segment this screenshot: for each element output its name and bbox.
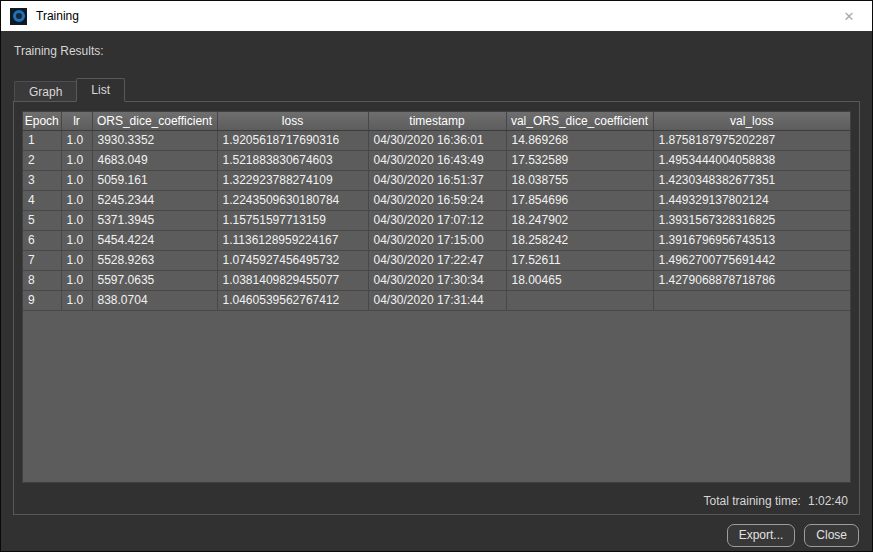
table-cell[interactable]: 04/30/2020 17:31:44 <box>368 290 506 310</box>
table-body: 11.03930.33521.920561871769031604/30/202… <box>23 130 850 310</box>
table-cell[interactable]: 3930.3352 <box>92 130 217 150</box>
table-row: 21.04683.0491.52188383067460304/30/2020 … <box>23 150 850 170</box>
table-cell[interactable]: 18.258242 <box>506 230 653 250</box>
table-cell[interactable]: 17.52611 <box>506 250 653 270</box>
window-close-button[interactable]: ✕ <box>826 1 872 31</box>
table-cell[interactable]: 5454.4224 <box>92 230 217 250</box>
table-cell[interactable]: 1.2243509630180784 <box>217 190 368 210</box>
table-cell[interactable]: 1.0745927456495732 <box>217 250 368 270</box>
column-header[interactable]: val_ORS_dice_coefficient <box>506 112 653 130</box>
tab-graph[interactable]: Graph <box>14 81 76 102</box>
table-header-row: EpochlrORS_dice_coefficientlosstimestamp… <box>23 112 850 130</box>
table-cell[interactable]: 1.0 <box>61 150 92 170</box>
table-cell[interactable]: 1.0 <box>61 230 92 250</box>
table-cell[interactable]: 04/30/2020 17:15:00 <box>368 230 506 250</box>
table-cell[interactable]: 04/30/2020 16:59:24 <box>368 190 506 210</box>
table-cell[interactable]: 5245.2344 <box>92 190 217 210</box>
table-cell[interactable]: 1.3916796956743513 <box>653 230 850 250</box>
table-cell[interactable]: 9 <box>23 290 61 310</box>
table-cell[interactable]: 6 <box>23 230 61 250</box>
window-title: Training <box>36 9 79 23</box>
table-cell[interactable]: 18.247902 <box>506 210 653 230</box>
table-cell[interactable]: 1.4953444004058838 <box>653 150 850 170</box>
table-cell[interactable]: 1.521883830674603 <box>217 150 368 170</box>
table-cell[interactable]: 04/30/2020 17:22:47 <box>368 250 506 270</box>
table-cell[interactable]: 1.0 <box>61 130 92 150</box>
table-cell[interactable]: 1.4230348382677351 <box>653 170 850 190</box>
table-cell[interactable]: 7 <box>23 250 61 270</box>
table-cell[interactable]: 04/30/2020 17:30:34 <box>368 270 506 290</box>
total-time-label: Total training time: <box>704 494 801 508</box>
results-table-container: EpochlrORS_dice_coefficientlosstimestamp… <box>22 111 851 483</box>
table-cell[interactable]: 8 <box>23 270 61 290</box>
table-cell[interactable]: 5528.9263 <box>92 250 217 270</box>
table-cell[interactable]: 2 <box>23 150 61 170</box>
table-cell[interactable]: 1.1136128959224167 <box>217 230 368 250</box>
table-cell[interactable]: 1.0 <box>61 290 92 310</box>
column-header[interactable]: timestamp <box>368 112 506 130</box>
table-cell[interactable]: 18.038755 <box>506 170 653 190</box>
table-cell[interactable]: 04/30/2020 16:36:01 <box>368 130 506 150</box>
table-cell[interactable]: 4683.049 <box>92 150 217 170</box>
table-cell[interactable]: 1.322923788274109 <box>217 170 368 190</box>
table-cell[interactable]: 1 <box>23 130 61 150</box>
training-results-label: Training Results: <box>14 44 860 58</box>
table-row: 11.03930.33521.920561871769031604/30/202… <box>23 130 850 150</box>
table-cell[interactable]: 14.869268 <box>506 130 653 150</box>
table-cell[interactable]: 1.0381409829455077 <box>217 270 368 290</box>
table-cell[interactable]: 3 <box>23 170 61 190</box>
table-row: 91.0838.07041.046053956276741204/30/2020… <box>23 290 850 310</box>
table-cell[interactable] <box>653 290 850 310</box>
table-cell[interactable]: 1.0 <box>61 190 92 210</box>
column-header[interactable]: lr <box>61 112 92 130</box>
close-icon: ✕ <box>844 9 855 24</box>
table-cell[interactable]: 1.15751597713159 <box>217 210 368 230</box>
close-button[interactable]: Close <box>804 524 859 547</box>
app-icon <box>10 8 27 25</box>
table-row: 51.05371.39451.1575159771315904/30/2020 … <box>23 210 850 230</box>
table-row: 81.05597.06351.038140982945507704/30/202… <box>23 270 850 290</box>
column-header[interactable]: loss <box>217 112 368 130</box>
column-header[interactable]: ORS_dice_coefficient <box>92 112 217 130</box>
table-cell[interactable]: 1.4962700775691442 <box>653 250 850 270</box>
dialog-body: Training Results: Graph List EpochlrORS_… <box>1 31 872 552</box>
table-cell[interactable]: 1.0460539562767412 <box>217 290 368 310</box>
table-cell[interactable]: 5371.3945 <box>92 210 217 230</box>
total-training-time: Total training time:1:02:40 <box>22 486 851 514</box>
column-header[interactable]: val_loss <box>653 112 850 130</box>
tab-pane: EpochlrORS_dice_coefficientlosstimestamp… <box>13 101 860 515</box>
table-row: 41.05245.23441.224350963018078404/30/202… <box>23 190 850 210</box>
table-cell[interactable]: 1.449329137802124 <box>653 190 850 210</box>
table-cell[interactable]: 838.0704 <box>92 290 217 310</box>
blue-ring-icon <box>13 10 25 22</box>
table-cell[interactable]: 1.3931567328316825 <box>653 210 850 230</box>
training-dialog: Training ✕ Training Results: Graph List … <box>0 0 873 552</box>
table-cell[interactable]: 1.0 <box>61 170 92 190</box>
table-cell[interactable]: 1.4279068878718786 <box>653 270 850 290</box>
table-cell[interactable]: 5597.0635 <box>92 270 217 290</box>
title-bar: Training ✕ <box>1 1 872 31</box>
table-cell[interactable]: 1.0 <box>61 210 92 230</box>
table-cell[interactable]: 17.532589 <box>506 150 653 170</box>
table-cell[interactable] <box>506 290 653 310</box>
table-cell[interactable]: 1.8758187975202287 <box>653 130 850 150</box>
table-cell[interactable]: 5059.161 <box>92 170 217 190</box>
table-cell[interactable]: 04/30/2020 16:51:37 <box>368 170 506 190</box>
table-cell[interactable]: 1.0 <box>61 270 92 290</box>
table-cell[interactable]: 5 <box>23 210 61 230</box>
table-cell[interactable]: 17.854696 <box>506 190 653 210</box>
export-button[interactable]: Export... <box>727 524 796 547</box>
tab-bar: Graph List <box>14 78 860 102</box>
table-row: 31.05059.1611.32292378827410904/30/2020 … <box>23 170 850 190</box>
total-time-value: 1:02:40 <box>808 494 848 508</box>
table-cell[interactable]: 1.9205618717690316 <box>217 130 368 150</box>
table-cell[interactable]: 04/30/2020 16:43:49 <box>368 150 506 170</box>
column-header[interactable]: Epoch <box>23 112 61 130</box>
table-cell[interactable]: 04/30/2020 17:07:12 <box>368 210 506 230</box>
table-cell[interactable]: 18.00465 <box>506 270 653 290</box>
button-row: Export... Close <box>13 524 860 547</box>
table-cell[interactable]: 4 <box>23 190 61 210</box>
table-cell[interactable]: 1.0 <box>61 250 92 270</box>
tab-list[interactable]: List <box>76 78 125 102</box>
table-row: 71.05528.92631.074592745649573204/30/202… <box>23 250 850 270</box>
